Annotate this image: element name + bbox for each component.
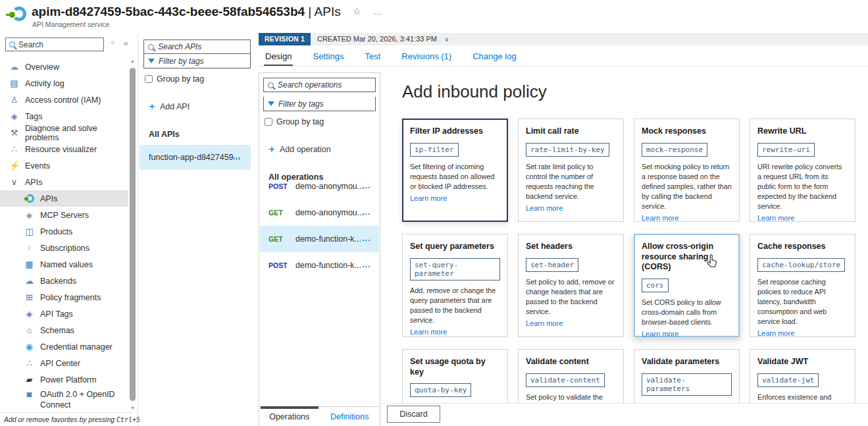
power-platform-icon: ▰ xyxy=(24,375,34,385)
page-title: Add inbound policy xyxy=(402,82,547,102)
policy-card-mock-responses[interactable]: Mock responses mock-response Set mocking… xyxy=(634,119,740,222)
search-apis-box[interactable] xyxy=(143,40,251,54)
tab-revisions[interactable]: Revisions (1) xyxy=(401,46,451,66)
search-operations-box[interactable] xyxy=(263,78,376,92)
scrollbar-thumb[interactable] xyxy=(130,68,136,401)
tab-definitions[interactable]: Definitions xyxy=(320,407,380,426)
learn-more-link[interactable]: Learn more xyxy=(642,330,678,338)
group-by-tag-label: Group by tag xyxy=(157,74,204,84)
search-apis-input[interactable] xyxy=(158,42,236,51)
sidebar-item-resource-visualizer[interactable]: ∴ Resource visualizer xyxy=(0,141,128,157)
tab-design[interactable]: Design xyxy=(265,46,292,66)
policy-card-limit-call-rate[interactable]: Limit call rate rate-limit-by-key Set ra… xyxy=(518,119,624,222)
card-title: Set usage quota by key xyxy=(410,357,500,377)
learn-more-link[interactable]: Learn more xyxy=(526,204,563,212)
learn-more-link[interactable]: Learn more xyxy=(757,214,794,222)
card-title: Set query parameters xyxy=(410,242,500,252)
add-operation-button[interactable]: + Add operation xyxy=(268,144,380,155)
sidebar-search-input[interactable] xyxy=(18,40,91,49)
tab-settings[interactable]: Settings xyxy=(313,46,344,66)
operation-more-icon[interactable]: ••• xyxy=(363,211,371,216)
sidebar-item-mcp-servers[interactable]: ◈ MCP Servers xyxy=(0,207,128,223)
policy-card-cache-responses[interactable]: Cache responses cache-lookup/store Set r… xyxy=(750,234,855,337)
learn-more-link[interactable]: Learn more xyxy=(410,328,447,336)
sidebar-item-credential-manager[interactable]: ◉ Credential manager xyxy=(0,338,128,355)
sidebar-item-api-center[interactable]: ∴ API Center xyxy=(0,355,128,371)
policy-code-chip: quota-by-key xyxy=(410,383,471,397)
card-description: Set response caching policies to reduce … xyxy=(757,277,848,327)
policy-code-chip: set-query-parameter xyxy=(410,258,500,280)
favorite-star-icon[interactable]: ☆ xyxy=(353,6,361,16)
sidebar-search-box[interactable] xyxy=(5,38,104,51)
operation-row[interactable]: GET demo-anonymou... ••• xyxy=(260,200,379,226)
scroll-down-icon[interactable]: ▼ xyxy=(129,406,136,410)
operation-row-selected[interactable]: GET demo-function-k... ••• xyxy=(260,226,379,252)
search-operations-input[interactable] xyxy=(278,80,355,90)
sidebar-item-subscriptions[interactable]: ♀ Subscriptions xyxy=(0,240,128,256)
sidebar-item-tags[interactable]: ◈ Tags xyxy=(0,108,128,124)
policy-card-rewrite-url[interactable]: Rewrite URL rewrite-uri URI rewrite poli… xyxy=(750,119,855,222)
policy-card-cors[interactable]: Allow cross-origin resource sharing (COR… xyxy=(634,234,740,337)
operation-more-icon[interactable]: ••• xyxy=(363,238,371,242)
filter-tags-input[interactable] xyxy=(278,99,356,109)
key-icon: ♀ xyxy=(24,243,34,253)
policy-card-set-headers[interactable]: Set headers set-header Set policy to add… xyxy=(518,234,624,337)
operation-more-icon[interactable]: ••• xyxy=(363,264,371,269)
filter-tags-input[interactable] xyxy=(159,57,236,66)
restore-icon[interactable]: ○ xyxy=(111,39,115,46)
sidebar-item-apis[interactable]: APIs xyxy=(0,190,128,207)
revision-created-strip[interactable]: CREATED Mar 20, 2026, 3:41:33 PM ∨ xyxy=(311,33,868,45)
api-item-more-icon[interactable]: ••• xyxy=(233,155,242,160)
resource-title: apim-d8427459-5bac-443c-beee-58fab54653b… xyxy=(32,5,305,18)
filter-by-tags-box[interactable] xyxy=(263,97,376,111)
filter-by-tags-box[interactable] xyxy=(143,54,251,68)
operation-row[interactable]: POST demo-function-k... ••• xyxy=(260,252,379,279)
learn-more-link[interactable]: Learn more xyxy=(642,214,678,222)
group-by-tag-checkbox[interactable] xyxy=(145,75,153,83)
sidebar-item-policy-fragments[interactable]: ⊞ Policy fragments xyxy=(0,289,128,306)
add-api-button[interactable]: + Add API xyxy=(149,101,256,112)
chevron-down-icon[interactable]: ∨ xyxy=(444,36,449,43)
collapse-sidebar-icon[interactable]: « xyxy=(124,39,128,48)
sidebar-item-oauth-openid[interactable]: ◙ OAuth 2.0 + OpenID Connect xyxy=(0,388,128,413)
sidebar-item-backends[interactable]: ☁ Backends xyxy=(0,273,128,289)
card-description: Add, remove or change the query paramete… xyxy=(410,286,500,325)
card-description: Set rate limit policy to control the num… xyxy=(526,162,616,201)
operation-name: demo-anonymou... xyxy=(295,182,364,191)
group-by-tag-checkbox[interactable] xyxy=(265,118,272,126)
sidebar-item-named-values[interactable]: ▦ Named values xyxy=(0,256,128,273)
sidebar-item-power-platform[interactable]: ▰ Power Platform xyxy=(0,371,128,388)
sidebar-item-activity-log[interactable]: ▤ Activity log xyxy=(0,75,128,92)
sidebar-item-overview[interactable]: ☁ Overview xyxy=(0,59,128,75)
learn-more-link[interactable]: Learn more xyxy=(757,329,794,337)
sidebar-item-api-tags[interactable]: ◈ API Tags xyxy=(0,306,128,322)
sidebar-group-apis[interactable]: ∨ APIs xyxy=(0,174,128,190)
sidebar-item-products[interactable]: ◫ Products xyxy=(0,223,128,240)
card-title: Cache responses xyxy=(757,242,848,252)
policy-card-filter-ip[interactable]: Filter IP addresses ip-filter Set filter… xyxy=(402,119,508,222)
sidebar-scrollbar[interactable]: ▲ ▼ xyxy=(129,59,136,410)
more-menu-icon[interactable]: … xyxy=(373,6,382,16)
discard-button[interactable]: Discard xyxy=(387,406,440,423)
api-list-item-selected[interactable]: function-app-d8427459... ••• xyxy=(140,145,251,170)
learn-more-link[interactable]: Learn more xyxy=(410,194,447,202)
policy-card-set-query-parameters[interactable]: Set query parameters set-query-parameter… xyxy=(402,234,508,337)
sidebar-item-access-control[interactable]: ♙ Access control (IAM) xyxy=(0,92,128,108)
plus-icon: + xyxy=(149,101,155,112)
group-by-tag-option[interactable]: Group by tag xyxy=(145,74,256,84)
operation-more-icon[interactable]: ••• xyxy=(363,185,371,190)
sidebar-item-events[interactable]: ⚡ Events xyxy=(0,157,128,174)
tab-operations[interactable]: Operations xyxy=(259,407,320,426)
operation-row[interactable]: POST demo-anonymou... ••• xyxy=(260,173,379,200)
group-by-tag-option[interactable]: Group by tag xyxy=(265,117,380,126)
apim-service-icon xyxy=(8,6,26,23)
learn-more-link[interactable]: Learn more xyxy=(526,319,563,327)
sidebar-item-label: Named values xyxy=(40,260,93,269)
sidebar-item-schemas[interactable]: ⌂ Schemas xyxy=(0,322,128,338)
sidebar-item-diagnose[interactable]: ⚒ Diagnose and solve problems xyxy=(0,124,128,141)
tab-test[interactable]: Test xyxy=(365,46,380,66)
scroll-up-icon[interactable]: ▲ xyxy=(129,59,136,63)
resource-visualizer-icon: ∴ xyxy=(9,144,19,154)
api-tags-icon: ◈ xyxy=(24,309,34,319)
tab-change-log[interactable]: Change log xyxy=(472,46,517,66)
